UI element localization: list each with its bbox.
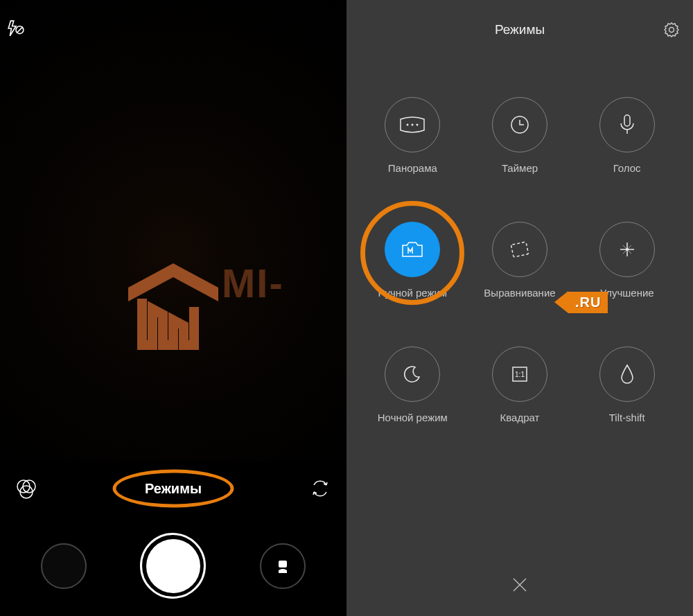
- mode-manual[interactable]: Ручной режим: [359, 222, 466, 346]
- svg-point-9: [416, 124, 419, 126]
- video-toggle-button[interactable]: [260, 543, 306, 589]
- svg-point-7: [407, 124, 409, 126]
- bottom-controls: [0, 516, 346, 616]
- sparkle-icon: [599, 222, 655, 277]
- gear-icon: [663, 21, 681, 39]
- svg-rect-13: [511, 242, 528, 257]
- mode-square[interactable]: 1:1 Квадрат: [466, 346, 574, 471]
- mode-selector-row: Режимы: [0, 464, 346, 513]
- watermark-text: MI-: [222, 260, 284, 306]
- viewfinder: MI-: [0, 0, 346, 461]
- mode-label: Ручной режим: [378, 287, 447, 299]
- flash-auto-icon[interactable]: [7, 19, 25, 40]
- mode-label: Квадрат: [500, 412, 540, 423]
- modes-panel: Режимы Панорама Таймер Голос: [346, 0, 693, 616]
- mode-label: Tilt-shift: [609, 412, 645, 423]
- straighten-icon: [492, 222, 547, 277]
- shutter-button[interactable]: [140, 533, 206, 599]
- svg-line-1: [17, 27, 23, 33]
- close-button[interactable]: [511, 576, 529, 597]
- arrow-left-icon: [554, 291, 568, 313]
- mi-box-logo-icon: [114, 249, 232, 353]
- camera-viewfinder-pane: MI- Режимы: [0, 0, 346, 616]
- mode-voice[interactable]: Голос: [573, 97, 681, 222]
- mode-label: Панорама: [388, 162, 437, 174]
- svg-rect-5: [279, 561, 287, 567]
- mode-label-wrap[interactable]: Режимы: [40, 481, 306, 497]
- manual-mode-icon: [385, 222, 440, 277]
- timer-icon: [492, 97, 547, 152]
- moon-icon: [385, 346, 440, 402]
- filters-icon[interactable]: [12, 475, 40, 502]
- ru-badge-text: .RU: [568, 292, 608, 313]
- svg-point-8: [412, 124, 414, 126]
- shutter-inner: [146, 539, 200, 593]
- modes-header: Режимы: [346, 0, 693, 59]
- svg-rect-11: [624, 115, 630, 126]
- gallery-thumbnail[interactable]: [41, 543, 87, 589]
- mode-tiltshift[interactable]: Tilt-shift: [573, 346, 681, 471]
- svg-point-14: [626, 248, 629, 251]
- mode-night[interactable]: Ночной режим: [359, 346, 466, 471]
- close-icon: [511, 576, 529, 594]
- svg-text:1:1: 1:1: [515, 371, 525, 378]
- mode-timer[interactable]: Таймер: [466, 97, 574, 222]
- mode-label: Таймер: [502, 162, 538, 174]
- mode-enhance[interactable]: Улучшение: [573, 222, 681, 346]
- settings-button[interactable]: [663, 21, 681, 42]
- mode-straighten[interactable]: Выравнивание: [466, 222, 574, 346]
- highlight-ellipse: [113, 470, 234, 508]
- drop-icon: [599, 346, 655, 402]
- svg-point-6: [669, 28, 674, 33]
- mode-label: Выравнивание: [484, 287, 555, 299]
- mode-label: Голос: [613, 162, 641, 174]
- panorama-icon: [385, 97, 440, 152]
- modes-title: Режимы: [495, 22, 545, 37]
- switch-camera-front-back-icon[interactable]: [306, 475, 334, 502]
- mode-label: Ночной режим: [378, 412, 448, 423]
- microphone-icon: [599, 97, 655, 152]
- modes-grid: Панорама Таймер Голос Ручной режим В: [346, 59, 693, 471]
- mode-panorama[interactable]: Панорама: [359, 97, 466, 222]
- square-crop-icon: 1:1: [492, 346, 547, 402]
- ru-watermark-badge: .RU: [554, 291, 608, 313]
